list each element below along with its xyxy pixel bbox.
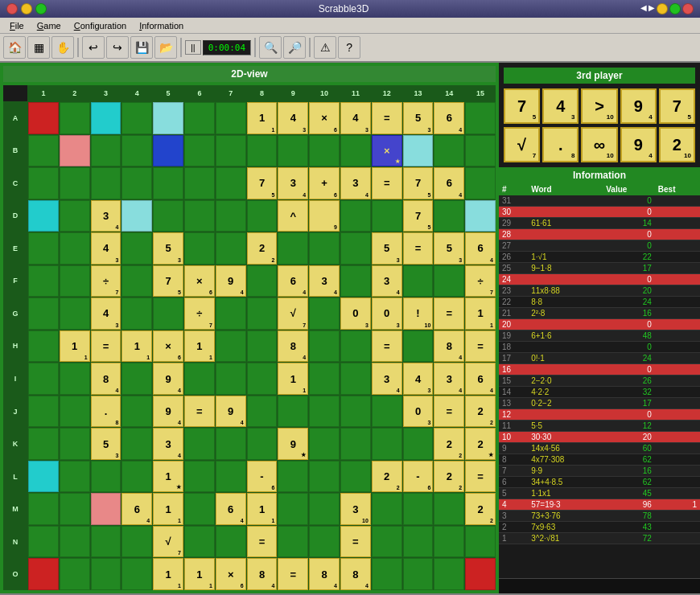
- board-cell[interactable]: 34: [278, 167, 308, 199]
- board-cell[interactable]: 43: [278, 102, 308, 134]
- board-cell[interactable]: [60, 558, 90, 590]
- menu-information[interactable]: Information: [133, 19, 190, 32]
- board-cell[interactable]: =: [372, 330, 402, 363]
- board-cell[interactable]: [403, 265, 434, 298]
- player-tile-2[interactable]: >10: [581, 88, 617, 124]
- tb-btn-redo[interactable]: ↪: [106, 36, 129, 59]
- board-cell[interactable]: [247, 396, 278, 428]
- board-cell[interactable]: [403, 135, 434, 167]
- table-row[interactable]: 2 7x9·63 43: [499, 522, 700, 533]
- board-cell[interactable]: !10: [403, 298, 434, 330]
- board-cell[interactable]: [216, 330, 246, 363]
- board-cell[interactable]: [403, 558, 434, 590]
- board-cell[interactable]: [247, 265, 278, 298]
- board-cell[interactable]: [309, 461, 340, 493]
- board-cell[interactable]: [91, 102, 121, 134]
- board-cell[interactable]: [403, 330, 434, 363]
- tb-btn-zoom-out[interactable]: 🔎: [283, 36, 306, 59]
- board-cell[interactable]: [153, 298, 183, 330]
- board-cell[interactable]: 94: [216, 396, 246, 428]
- board-cell[interactable]: [184, 461, 215, 493]
- board-cell[interactable]: ×★: [372, 135, 402, 167]
- board-cell[interactable]: [121, 558, 152, 590]
- board-cell[interactable]: 22: [465, 396, 496, 428]
- scroll-left[interactable]: ◀: [640, 3, 647, 14]
- board-cell[interactable]: [28, 102, 59, 134]
- board-cell[interactable]: 11: [247, 102, 278, 134]
- board-cell[interactable]: [372, 428, 402, 460]
- board-cell[interactable]: 43: [91, 232, 121, 265]
- table-row[interactable]: 25 9−1·8 17: [499, 263, 700, 274]
- board-cell[interactable]: [340, 396, 371, 428]
- board-cell[interactable]: [340, 232, 371, 265]
- table-row[interactable]: 13 0·2−2 17: [499, 398, 700, 409]
- board-cell[interactable]: [465, 135, 496, 167]
- table-row[interactable]: 10 30·30 20: [499, 432, 700, 443]
- board-cell[interactable]: [372, 558, 402, 590]
- board-cell[interactable]: =: [465, 461, 496, 493]
- board-cell[interactable]: 64: [465, 232, 496, 265]
- board-cell[interactable]: [372, 526, 402, 558]
- board-cell[interactable]: [91, 167, 121, 199]
- board-cell[interactable]: [153, 102, 183, 134]
- board-cell[interactable]: [247, 298, 278, 330]
- board-cell[interactable]: 64: [465, 363, 496, 395]
- board-cell[interactable]: 03: [372, 298, 402, 330]
- board-cell[interactable]: [309, 330, 340, 363]
- board-cell[interactable]: 03: [403, 396, 434, 428]
- tb-btn-zoom-in[interactable]: 🔍: [259, 36, 282, 59]
- board-cell[interactable]: [121, 526, 152, 558]
- board-cell[interactable]: [121, 298, 152, 330]
- pause-button[interactable]: ||: [185, 40, 201, 55]
- board-cell[interactable]: [309, 493, 340, 525]
- player-tile-3[interactable]: 94: [620, 88, 657, 124]
- board-cell[interactable]: [247, 135, 278, 167]
- close-btn[interactable]: [682, 3, 694, 14]
- board-cell[interactable]: [91, 493, 121, 525]
- board-cell[interactable]: √7: [278, 298, 308, 330]
- table-row[interactable]: 21 2²·8 16: [499, 308, 700, 319]
- board-cell[interactable]: ×6: [153, 330, 183, 363]
- tb-btn-grid[interactable]: ▦: [27, 36, 50, 59]
- board-cell[interactable]: [309, 526, 340, 558]
- board-cell[interactable]: [216, 135, 246, 167]
- board-cell[interactable]: =: [372, 167, 402, 199]
- board-cell[interactable]: 75: [403, 200, 434, 232]
- board-cell[interactable]: [28, 298, 59, 330]
- board-cell[interactable]: [465, 167, 496, 199]
- board-cell[interactable]: =: [91, 330, 121, 363]
- table-row[interactable]: 1 3^2·√81 72: [499, 533, 700, 544]
- board-cell[interactable]: [309, 298, 340, 330]
- board-cell[interactable]: [247, 330, 278, 363]
- board-cell[interactable]: 53: [372, 232, 402, 265]
- table-row[interactable]: 23 11x8·88 20: [499, 285, 700, 297]
- table-row[interactable]: 17 0!·1 24: [499, 353, 700, 364]
- board-cell[interactable]: [28, 167, 59, 199]
- board-cell[interactable]: [28, 232, 59, 265]
- board-cell[interactable]: [28, 493, 59, 525]
- minimize-btn[interactable]: [657, 3, 668, 14]
- board-cell[interactable]: 11: [60, 330, 90, 363]
- board-cell[interactable]: [153, 200, 183, 232]
- player-tile-7[interactable]: ∞10: [581, 127, 617, 162]
- board-cell[interactable]: [153, 135, 183, 167]
- board-cell[interactable]: [184, 200, 215, 232]
- board-cell[interactable]: [216, 167, 246, 199]
- board-cell[interactable]: =: [278, 558, 308, 590]
- board-cell[interactable]: [465, 102, 496, 134]
- table-row[interactable]: 11 5·5 12: [499, 421, 700, 432]
- board-cell[interactable]: 1★: [153, 461, 183, 493]
- board-cell[interactable]: [278, 493, 308, 525]
- menu-configuration[interactable]: Configuration: [68, 19, 133, 32]
- table-row[interactable]: 26 1·√1 22: [499, 252, 700, 263]
- board-cell[interactable]: [309, 135, 340, 167]
- board-cell[interactable]: [278, 526, 308, 558]
- maximize-btn[interactable]: [669, 3, 681, 14]
- board-cell[interactable]: [216, 200, 246, 232]
- board-cell[interactable]: [28, 526, 59, 558]
- board-cell[interactable]: ^: [278, 200, 308, 232]
- board-cell[interactable]: 34: [153, 428, 183, 460]
- board-cell[interactable]: 34: [340, 167, 371, 199]
- board-cell[interactable]: [340, 330, 371, 363]
- board-cell[interactable]: [121, 135, 152, 167]
